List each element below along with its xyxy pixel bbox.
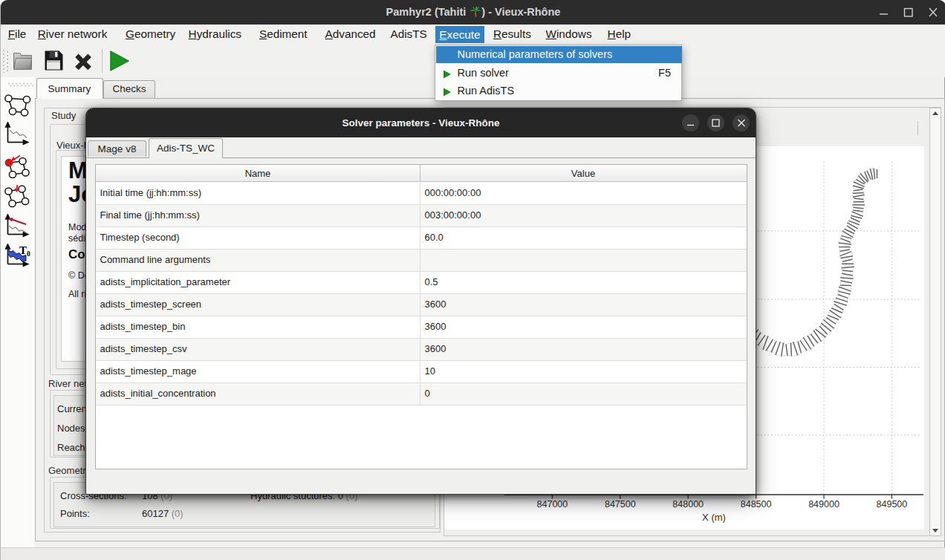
svg-text:0: 0 (27, 250, 30, 258)
svg-text:847500: 847500 (605, 499, 636, 509)
svg-text:847000: 847000 (537, 499, 568, 509)
svg-text:848000: 848000 (672, 499, 704, 509)
svg-text:849000: 849000 (808, 499, 840, 509)
svg-text:849500: 849500 (877, 499, 908, 509)
svg-text:X (m): X (m) (702, 512, 726, 523)
svg-text:848500: 848500 (741, 499, 772, 509)
svg-text:T: T (19, 244, 27, 256)
